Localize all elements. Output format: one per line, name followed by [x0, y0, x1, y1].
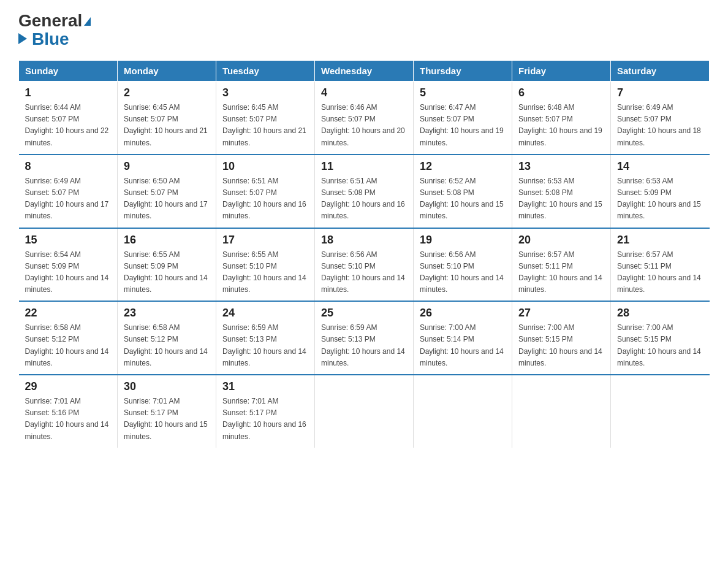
day-info: Sunrise: 6:45 AMSunset: 5:07 PMDaylight:… [124, 103, 208, 147]
day-number: 1 [25, 86, 112, 99]
day-number: 21 [617, 234, 703, 247]
calendar-cell: 25Sunrise: 6:59 AMSunset: 5:13 PMDayligh… [315, 301, 414, 375]
col-header-saturday: Saturday [611, 61, 710, 82]
day-number: 3 [222, 86, 308, 99]
day-info: Sunrise: 6:47 AMSunset: 5:07 PMDaylight:… [420, 103, 504, 147]
calendar-cell: 1Sunrise: 6:44 AMSunset: 5:07 PMDaylight… [19, 82, 118, 155]
calendar-cell: 17Sunrise: 6:55 AMSunset: 5:10 PMDayligh… [216, 228, 315, 302]
day-info: Sunrise: 6:58 AMSunset: 5:12 PMDaylight:… [25, 323, 109, 367]
calendar-cell: 31Sunrise: 7:01 AMSunset: 5:17 PMDayligh… [216, 375, 315, 448]
page-header: General Blue [18, 12, 710, 49]
calendar-table: SundayMondayTuesdayWednesdayThursdayFrid… [18, 60, 710, 448]
calendar-cell: 27Sunrise: 7:00 AMSunset: 5:15 PMDayligh… [512, 301, 611, 375]
day-info: Sunrise: 6:59 AMSunset: 5:13 PMDaylight:… [222, 323, 306, 367]
day-number: 2 [124, 86, 210, 99]
calendar-cell: 20Sunrise: 6:57 AMSunset: 5:11 PMDayligh… [512, 228, 611, 302]
day-info: Sunrise: 6:55 AMSunset: 5:10 PMDaylight:… [222, 250, 306, 294]
calendar-cell: 8Sunrise: 6:49 AMSunset: 5:07 PMDaylight… [19, 155, 118, 228]
calendar-week-row: 29Sunrise: 7:01 AMSunset: 5:16 PMDayligh… [19, 375, 710, 448]
day-number: 4 [321, 86, 407, 99]
day-info: Sunrise: 6:45 AMSunset: 5:07 PMDaylight:… [222, 103, 306, 147]
day-number: 5 [420, 86, 506, 99]
calendar-cell: 30Sunrise: 7:01 AMSunset: 5:17 PMDayligh… [118, 375, 216, 448]
logo-general: General [18, 12, 91, 29]
day-number: 16 [124, 234, 210, 247]
day-info: Sunrise: 6:53 AMSunset: 5:08 PMDaylight:… [518, 177, 602, 221]
calendar-cell: 5Sunrise: 6:47 AMSunset: 5:07 PMDaylight… [414, 82, 512, 155]
day-info: Sunrise: 6:59 AMSunset: 5:13 PMDaylight:… [321, 323, 405, 367]
day-info: Sunrise: 6:57 AMSunset: 5:11 PMDaylight:… [518, 250, 602, 294]
calendar-cell: 14Sunrise: 6:53 AMSunset: 5:09 PMDayligh… [611, 155, 710, 228]
calendar-cell: 3Sunrise: 6:45 AMSunset: 5:07 PMDaylight… [216, 82, 315, 155]
day-number: 19 [420, 234, 506, 247]
calendar-cell: 23Sunrise: 6:58 AMSunset: 5:12 PMDayligh… [118, 301, 216, 375]
day-number: 23 [124, 307, 210, 320]
day-info: Sunrise: 6:51 AMSunset: 5:08 PMDaylight:… [321, 177, 405, 221]
calendar-cell: 26Sunrise: 7:00 AMSunset: 5:14 PMDayligh… [414, 301, 512, 375]
calendar-cell: 29Sunrise: 7:01 AMSunset: 5:16 PMDayligh… [19, 375, 118, 448]
calendar-week-row: 8Sunrise: 6:49 AMSunset: 5:07 PMDaylight… [19, 155, 710, 228]
calendar-cell: 2Sunrise: 6:45 AMSunset: 5:07 PMDaylight… [118, 82, 216, 155]
day-number: 13 [518, 160, 604, 173]
col-header-monday: Monday [118, 61, 216, 82]
calendar-week-row: 22Sunrise: 6:58 AMSunset: 5:12 PMDayligh… [19, 301, 710, 375]
calendar-cell: 16Sunrise: 6:55 AMSunset: 5:09 PMDayligh… [118, 228, 216, 302]
col-header-friday: Friday [512, 61, 611, 82]
day-info: Sunrise: 6:49 AMSunset: 5:07 PMDaylight:… [25, 177, 109, 221]
day-number: 9 [124, 160, 210, 173]
day-info: Sunrise: 7:01 AMSunset: 5:17 PMDaylight:… [222, 397, 306, 441]
calendar-cell: 28Sunrise: 7:00 AMSunset: 5:15 PMDayligh… [611, 301, 710, 375]
day-info: Sunrise: 6:46 AMSunset: 5:07 PMDaylight:… [321, 103, 405, 147]
calendar-cell [512, 375, 611, 448]
calendar-cell: 7Sunrise: 6:49 AMSunset: 5:07 PMDaylight… [611, 82, 710, 155]
day-number: 24 [222, 307, 308, 320]
col-header-sunday: Sunday [19, 61, 118, 82]
day-info: Sunrise: 7:00 AMSunset: 5:15 PMDaylight:… [617, 323, 701, 367]
calendar-cell: 10Sunrise: 6:51 AMSunset: 5:07 PMDayligh… [216, 155, 315, 228]
day-info: Sunrise: 6:55 AMSunset: 5:09 PMDaylight:… [124, 250, 208, 294]
day-number: 22 [25, 307, 112, 320]
day-info: Sunrise: 6:56 AMSunset: 5:10 PMDaylight:… [420, 250, 504, 294]
day-number: 8 [25, 160, 112, 173]
day-info: Sunrise: 6:50 AMSunset: 5:07 PMDaylight:… [124, 177, 208, 221]
day-info: Sunrise: 6:52 AMSunset: 5:08 PMDaylight:… [420, 177, 504, 221]
day-info: Sunrise: 6:56 AMSunset: 5:10 PMDaylight:… [321, 250, 405, 294]
calendar-cell: 6Sunrise: 6:48 AMSunset: 5:07 PMDaylight… [512, 82, 611, 155]
day-info: Sunrise: 7:00 AMSunset: 5:15 PMDaylight:… [518, 323, 602, 367]
calendar-cell: 13Sunrise: 6:53 AMSunset: 5:08 PMDayligh… [512, 155, 611, 228]
day-number: 14 [617, 160, 703, 173]
day-info: Sunrise: 6:57 AMSunset: 5:11 PMDaylight:… [617, 250, 701, 294]
col-header-tuesday: Tuesday [216, 61, 315, 82]
day-number: 17 [222, 234, 308, 247]
day-info: Sunrise: 6:48 AMSunset: 5:07 PMDaylight:… [518, 103, 602, 147]
day-number: 7 [617, 86, 703, 99]
day-number: 29 [25, 380, 112, 393]
day-number: 20 [518, 234, 604, 247]
calendar-cell: 18Sunrise: 6:56 AMSunset: 5:10 PMDayligh… [315, 228, 414, 302]
day-info: Sunrise: 7:00 AMSunset: 5:14 PMDaylight:… [420, 323, 504, 367]
day-info: Sunrise: 6:53 AMSunset: 5:09 PMDaylight:… [617, 177, 701, 221]
calendar-week-row: 15Sunrise: 6:54 AMSunset: 5:09 PMDayligh… [19, 228, 710, 302]
day-number: 10 [222, 160, 308, 173]
day-info: Sunrise: 6:54 AMSunset: 5:09 PMDaylight:… [25, 250, 109, 294]
calendar-cell: 12Sunrise: 6:52 AMSunset: 5:08 PMDayligh… [414, 155, 512, 228]
day-number: 11 [321, 160, 407, 173]
calendar-cell [611, 375, 710, 448]
calendar-cell: 24Sunrise: 6:59 AMSunset: 5:13 PMDayligh… [216, 301, 315, 375]
day-number: 30 [124, 380, 210, 393]
day-number: 26 [420, 307, 506, 320]
calendar-cell: 4Sunrise: 6:46 AMSunset: 5:07 PMDaylight… [315, 82, 414, 155]
calendar-cell: 21Sunrise: 6:57 AMSunset: 5:11 PMDayligh… [611, 228, 710, 302]
day-info: Sunrise: 6:44 AMSunset: 5:07 PMDaylight:… [25, 103, 109, 147]
calendar-cell [315, 375, 414, 448]
calendar-cell [414, 375, 512, 448]
day-info: Sunrise: 7:01 AMSunset: 5:16 PMDaylight:… [25, 397, 109, 441]
logo: General Blue [18, 12, 91, 49]
day-info: Sunrise: 6:49 AMSunset: 5:07 PMDaylight:… [617, 103, 701, 147]
calendar-cell: 22Sunrise: 6:58 AMSunset: 5:12 PMDayligh… [19, 301, 118, 375]
day-info: Sunrise: 6:51 AMSunset: 5:07 PMDaylight:… [222, 177, 306, 221]
col-header-wednesday: Wednesday [315, 61, 414, 82]
calendar-cell: 11Sunrise: 6:51 AMSunset: 5:08 PMDayligh… [315, 155, 414, 228]
calendar-cell: 19Sunrise: 6:56 AMSunset: 5:10 PMDayligh… [414, 228, 512, 302]
calendar-cell: 15Sunrise: 6:54 AMSunset: 5:09 PMDayligh… [19, 228, 118, 302]
